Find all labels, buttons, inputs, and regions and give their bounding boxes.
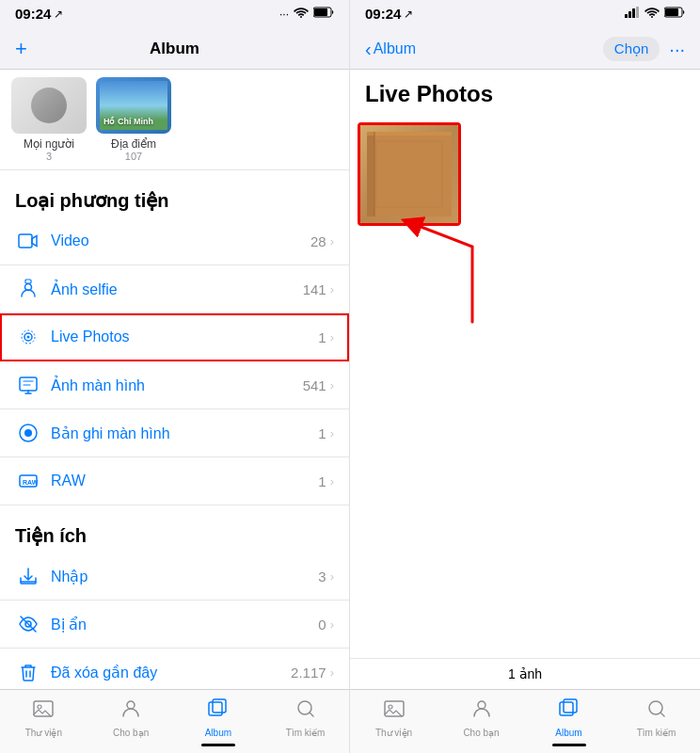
section-title-tienich: Tiện ích bbox=[0, 505, 349, 553]
top-albums-row: Mọi người 3 Hồ Chí Minh Địa điểm 107 bbox=[0, 70, 349, 170]
video-label: Video bbox=[51, 232, 310, 249]
svg-point-25 bbox=[651, 16, 653, 18]
hcm-label: Hồ Chí Minh bbox=[103, 117, 153, 126]
right-bottom-tabs: Thư viện Cho bạn Album Tìm kiếm bbox=[350, 689, 700, 753]
dia-diem-label: Địa điểm bbox=[111, 137, 156, 151]
tab-cho-ban-right[interactable]: Cho bạn bbox=[438, 697, 525, 738]
deleted-icon bbox=[15, 659, 41, 685]
import-icon bbox=[15, 563, 41, 589]
album-dia-diem[interactable]: Hồ Chí Minh Địa điểm 107 bbox=[96, 77, 171, 162]
video-chevron: › bbox=[330, 234, 334, 248]
tab-album-indicator-left bbox=[201, 744, 235, 746]
photo-content bbox=[367, 132, 452, 216]
menu-item-selfie[interactable]: Ảnh selfie 141 › bbox=[0, 265, 349, 313]
tab-thu-vien-label-left: Thư viện bbox=[25, 728, 62, 738]
tab-album-icon-left bbox=[207, 697, 230, 726]
moi-nguoi-count: 3 bbox=[46, 151, 52, 162]
menu-item-screenshot[interactable]: Ảnh màn hình 541 › bbox=[0, 361, 349, 409]
left-header: + Album bbox=[0, 25, 349, 70]
left-status-bar: 09:24 ↗ ··· bbox=[0, 0, 349, 25]
tab-search-label-left: Tìm kiếm bbox=[286, 728, 326, 738]
left-header-title: Album bbox=[43, 40, 306, 58]
deleted-count: 2.117 bbox=[291, 665, 326, 681]
svg-point-11 bbox=[24, 429, 32, 437]
raw-chevron: › bbox=[330, 474, 334, 489]
svg-rect-2 bbox=[314, 8, 327, 16]
left-content: Mọi người 3 Hồ Chí Minh Địa điểm 107 Loạ… bbox=[0, 70, 349, 689]
menu-item-deleted[interactable]: Đã xóa gần đây 2.117 › bbox=[0, 649, 349, 689]
tab-album-label-right: Album bbox=[555, 728, 581, 738]
annotation-arrow bbox=[378, 209, 491, 331]
import-count: 3 bbox=[318, 569, 326, 585]
left-status-icons: ··· bbox=[279, 7, 334, 21]
live-photo-thumbnail[interactable] bbox=[358, 122, 461, 226]
svg-point-7 bbox=[27, 336, 30, 339]
screenshot-label: Ảnh màn hình bbox=[51, 376, 303, 394]
album-moi-nguoi[interactable]: Mọi người 3 bbox=[11, 77, 87, 162]
more-button[interactable]: ··· bbox=[669, 39, 685, 60]
hidden-icon bbox=[15, 611, 41, 637]
svg-rect-36 bbox=[560, 702, 573, 715]
svg-rect-22 bbox=[628, 11, 631, 18]
svg-rect-15 bbox=[34, 701, 53, 716]
left-panel: 09:24 ↗ ··· + Album bbox=[0, 0, 350, 753]
tab-thu-vien-left[interactable]: Thư viện bbox=[0, 697, 88, 738]
menu-item-raw[interactable]: RAW RAW 1 › bbox=[0, 457, 349, 505]
menu-item-import[interactable]: Nhập 3 › bbox=[0, 553, 349, 601]
right-bottom-bar: 1 ảnh bbox=[350, 658, 700, 689]
tab-search-right[interactable]: Tìm kiếm bbox=[612, 697, 700, 738]
svg-rect-21 bbox=[625, 14, 628, 18]
menu-item-hidden[interactable]: Bị ẩn 0 › bbox=[0, 601, 349, 649]
tab-album-indicator-right bbox=[552, 744, 586, 746]
back-label: Album bbox=[374, 40, 416, 57]
svg-rect-3 bbox=[19, 234, 32, 248]
deleted-chevron: › bbox=[330, 665, 334, 680]
svg-rect-19 bbox=[213, 699, 226, 713]
live-photos-chevron: › bbox=[330, 330, 334, 344]
svg-point-35 bbox=[478, 701, 485, 709]
svg-rect-18 bbox=[209, 702, 222, 715]
menu-item-video[interactable]: Video 28 › bbox=[0, 217, 349, 265]
svg-rect-37 bbox=[564, 699, 577, 713]
back-button[interactable]: ‹ Album bbox=[365, 39, 416, 60]
tab-thu-vien-right[interactable]: Thư viện bbox=[350, 697, 438, 738]
section-title-loai: Loại phương tiện bbox=[0, 170, 349, 217]
photo-count: 1 ảnh bbox=[508, 666, 542, 681]
selfie-icon bbox=[15, 276, 41, 302]
right-header-actions: Chọn ··· bbox=[603, 37, 685, 61]
svg-rect-29 bbox=[367, 132, 374, 216]
screenrecord-icon bbox=[15, 420, 41, 446]
signal-dots: ··· bbox=[279, 8, 289, 21]
tab-cho-ban-icon-left bbox=[119, 697, 142, 726]
screenrecord-label: Bản ghi màn hình bbox=[51, 425, 318, 442]
chon-button[interactable]: Chọn bbox=[603, 37, 660, 61]
tab-cho-ban-left[interactable]: Cho bạn bbox=[88, 697, 175, 738]
tab-album-icon-right bbox=[558, 697, 581, 726]
import-chevron: › bbox=[330, 569, 334, 584]
add-album-button[interactable]: + bbox=[15, 37, 43, 61]
menu-item-screenrecord[interactable]: Bản ghi màn hình 1 › bbox=[0, 409, 349, 457]
tab-album-right[interactable]: Album bbox=[525, 697, 612, 746]
right-page-title: Live Photos bbox=[350, 70, 700, 115]
dia-diem-thumbnail: Hồ Chí Minh bbox=[96, 77, 171, 134]
svg-rect-27 bbox=[665, 8, 678, 16]
svg-rect-30 bbox=[367, 132, 452, 136]
tab-search-left[interactable]: Tìm kiếm bbox=[262, 697, 349, 738]
video-count: 28 bbox=[310, 233, 326, 249]
live-photos-icon bbox=[15, 324, 41, 350]
moi-nguoi-label: Mọi người bbox=[24, 137, 74, 151]
back-chevron-icon: ‹ bbox=[365, 39, 372, 60]
screenshot-count: 541 bbox=[303, 377, 326, 393]
right-panel: 09:24 ↗ bbox=[350, 0, 700, 753]
tab-album-left[interactable]: Album bbox=[175, 697, 262, 746]
right-location-arrow: ↗ bbox=[404, 8, 413, 21]
right-time: 09:24 bbox=[365, 6, 401, 22]
import-label: Nhập bbox=[51, 568, 318, 585]
right-status-bar: 09:24 ↗ bbox=[350, 0, 700, 25]
hidden-label: Bị ẩn bbox=[51, 616, 318, 633]
tab-search-label-right: Tìm kiếm bbox=[637, 728, 676, 738]
menu-item-live-photos[interactable]: Live Photos 1 › bbox=[0, 313, 349, 361]
svg-rect-5 bbox=[25, 280, 31, 283]
right-status-icons bbox=[625, 7, 685, 21]
svg-point-0 bbox=[300, 16, 302, 18]
